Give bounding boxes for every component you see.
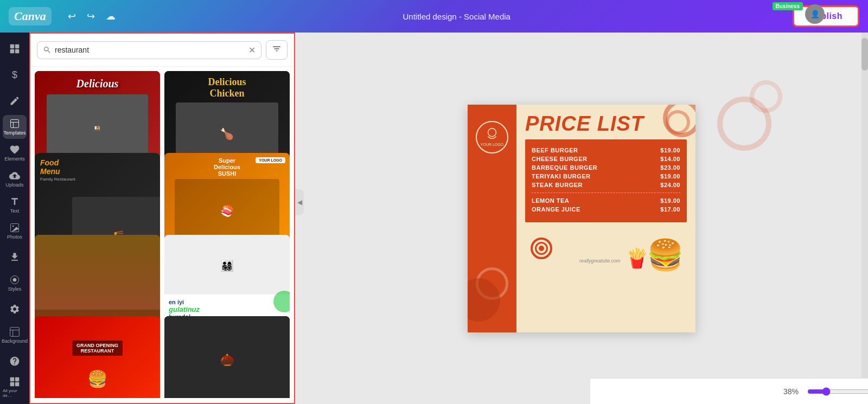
svg-rect-4 <box>11 120 19 128</box>
scroll-thumb[interactable] <box>861 38 868 70</box>
template-card[interactable]: 🌰 Kestane <box>164 316 290 398</box>
price-item-barbeque: BARBEQUE BURGER $23.00 <box>532 164 680 171</box>
sidebar-label-uploads: Uploads <box>5 182 23 188</box>
search-filter-button[interactable] <box>266 40 288 60</box>
svg-rect-15 <box>15 377 20 382</box>
sidebar-item-styles[interactable]: Styles <box>3 271 27 295</box>
zoom-percentage: 38% <box>783 387 799 396</box>
search-bar: ✕ <box>30 34 294 67</box>
sidebar-item-templates[interactable]: Templates <box>3 115 27 139</box>
price-list-bottom-area: reallygreatsite.com 🍔 🍟 <box>525 227 687 270</box>
price-divider <box>532 193 680 193</box>
search-input-wrap: ✕ <box>37 41 261 59</box>
template-title-3: FoodMenu <box>40 158 60 176</box>
collapse-icon: ◀ <box>297 198 302 206</box>
sidebar-label-templates: Templates <box>3 130 25 136</box>
search-clear-icon[interactable]: ✕ <box>248 45 256 55</box>
price-item-cheese: CHEESE BURGER $14.00 <box>532 156 680 162</box>
price-list-burgers-section: BEEF BURGER $19.00 CHEESE BURGER $14.00 … <box>525 139 687 222</box>
design-corner-arc-2 <box>666 110 690 134</box>
bottom-bar: 38% ? <box>590 378 868 404</box>
burger-illustration: 🍔 <box>647 240 684 270</box>
svg-rect-0 <box>10 44 15 49</box>
canvas-container: YOUR LOGO PRICE LIST BEEF BURGER $19.00 <box>359 75 804 362</box>
template-title-6: en iyi <box>169 299 285 305</box>
sidebar-item-home[interactable] <box>3 37 27 61</box>
canvas-decor-arc-2 <box>750 80 782 113</box>
price-list-main: PRICE LIST BEEF BURGER $19.00 CHEESE BUR… <box>516 105 695 332</box>
template-title-5: GRAND OPENINGRESTAURANT <box>72 341 123 356</box>
sidebar-item-monetize[interactable]: $ <box>3 63 27 87</box>
sidebar-label-photos: Photos <box>7 234 22 240</box>
design-preview[interactable]: YOUR LOGO PRICE LIST BEEF BURGER $19.00 <box>468 105 695 332</box>
template-card[interactable]: 🍔 <box>35 316 160 398</box>
sidebar-item-settings[interactable] <box>3 297 27 321</box>
user-avatar[interactable]: 👤 <box>805 4 825 24</box>
sidebar-item-brand[interactable] <box>3 89 27 113</box>
sidebar-item-background[interactable]: Background <box>3 323 27 347</box>
topbar: Canva ↩ ↪ ☁ Untitled design - Social Med… <box>0 0 868 33</box>
price-item-orange: ORANGE JUICE $17.00 <box>532 206 680 213</box>
template-panel: ✕ Delicious 🍱 Nearby Sushi Restaurant 🔍 … <box>29 33 295 404</box>
logo-text: YOUR LOGO <box>481 143 503 147</box>
svg-rect-14 <box>10 377 15 382</box>
window-close-btn[interactable]: ✕ <box>850 4 859 17</box>
design-title: Untitled design - Social Media <box>121 12 793 21</box>
search-icon <box>43 46 52 54</box>
sidebar-label-styles: Styles <box>8 286 22 292</box>
sidebar-item-downloads[interactable] <box>3 245 27 269</box>
fries-illustration: 🍟 <box>625 248 649 267</box>
price-item-lemon: LEMON TEA $19.00 <box>532 197 680 204</box>
sidebar-label-elements: Elements <box>4 156 25 162</box>
svg-point-18 <box>488 129 496 137</box>
template-grid: Delicious 🍱 Nearby Sushi Restaurant 🔍 De… <box>30 67 294 398</box>
website-text: reallygreatsite.com <box>579 258 621 264</box>
svg-rect-16 <box>10 382 15 387</box>
svg-rect-1 <box>15 44 20 49</box>
sidebar-label-apps: All your de… <box>3 388 27 398</box>
zoom-slider[interactable] <box>807 387 868 396</box>
canvas-area[interactable]: YOUR LOGO PRICE LIST BEEF BURGER $19.00 <box>295 33 868 404</box>
collapse-handle-button[interactable]: ◀ <box>295 189 304 215</box>
spiral-decor <box>531 238 552 259</box>
canva-logo: Canva <box>9 7 52 25</box>
sidebar-item-elements[interactable]: Elements <box>3 141 27 165</box>
icon-sidebar: $ Templates Elements Uploads Text Photos… <box>0 33 29 404</box>
svg-rect-3 <box>15 49 20 54</box>
template-title-4: SuperDeliciousSUSHI <box>214 157 240 177</box>
price-list-left-bar: YOUR LOGO <box>468 105 516 332</box>
sidebar-item-apps[interactable]: All your de… <box>3 375 27 399</box>
svg-rect-2 <box>10 49 15 54</box>
logo-circle: YOUR LOGO <box>476 121 508 153</box>
save-to-cloud-button[interactable]: ☁ <box>100 7 121 25</box>
sidebar-item-photos[interactable]: Photos <box>3 219 27 243</box>
template-logo-4: YOUR LOGO <box>256 157 285 163</box>
sidebar-item-uploads[interactable]: Uploads <box>3 167 27 191</box>
template-subtitle-3: Family Restaurant <box>40 177 75 182</box>
template-title-1: Delicious <box>76 78 119 90</box>
search-input[interactable] <box>55 46 245 54</box>
sidebar-item-help[interactable] <box>3 349 27 373</box>
business-badge: Business <box>773 2 803 10</box>
svg-rect-11 <box>10 328 20 337</box>
redo-button[interactable]: ↪ <box>81 7 100 25</box>
price-item-beef: BEEF BURGER $19.00 <box>532 147 680 153</box>
template-title-2: DeliciousChicken <box>208 76 246 99</box>
svg-point-10 <box>13 278 17 282</box>
sidebar-label-background: Background <box>2 338 28 344</box>
scroll-right[interactable] <box>861 33 868 404</box>
price-item-steak: STEAK BURGER $24.00 <box>532 182 680 188</box>
sidebar-item-text[interactable]: Text <box>3 193 27 217</box>
undo-button[interactable]: ↩ <box>62 7 81 25</box>
sidebar-label-text: Text <box>10 208 20 214</box>
svg-rect-17 <box>15 382 20 387</box>
price-item-teriyaki: TERIYAKI BURGER $19.00 <box>532 173 680 179</box>
svg-point-8 <box>12 226 14 227</box>
